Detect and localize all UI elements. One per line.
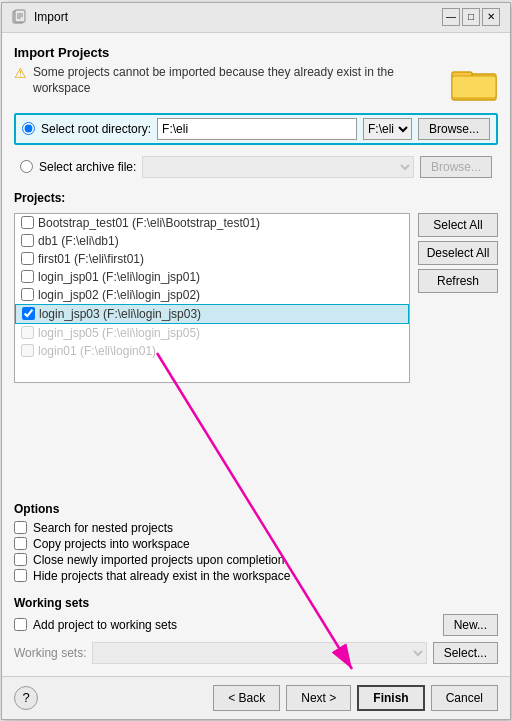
- warning-box: ⚠ Some projects cannot be imported becau…: [14, 64, 498, 105]
- archive-file-label: Select archive file:: [39, 160, 136, 174]
- working-sets-combo-row: Working sets: Select...: [14, 642, 498, 664]
- project-item[interactable]: db1 (F:\eli\db1): [15, 232, 409, 250]
- warning-text: Some projects cannot be imported because…: [33, 64, 444, 98]
- project-item[interactable]: login_jsp05 (F:\eli\login_jsp05): [15, 324, 409, 342]
- project-name: Bootstrap_test01 (F:\eli\Bootstrap_test0…: [38, 216, 260, 230]
- project-item[interactable]: login01 (F:\eli\login01): [15, 342, 409, 360]
- option-label: Hide projects that already exist in the …: [33, 569, 290, 583]
- add-working-sets-label: Add project to working sets: [33, 618, 177, 632]
- maximize-button[interactable]: □: [462, 8, 480, 26]
- option-checkbox[interactable]: [14, 569, 27, 582]
- option-checkbox[interactable]: [14, 553, 27, 566]
- footer-left: ?: [14, 686, 38, 710]
- finish-button[interactable]: Finish: [357, 685, 424, 711]
- project-item[interactable]: first01 (F:\eli\first01): [15, 250, 409, 268]
- header-area: Import Projects ⚠ Some projects cannot b…: [14, 45, 498, 105]
- folder-icon-area: [450, 64, 498, 105]
- footer-right: < Back Next > Finish Cancel: [213, 685, 498, 711]
- select-working-sets-button[interactable]: Select...: [433, 642, 498, 664]
- next-button[interactable]: Next >: [286, 685, 351, 711]
- root-directory-row: Select root directory: F:\eli Browse...: [14, 113, 498, 145]
- project-name: login_jsp03 (F:\eli\login_jsp03): [39, 307, 201, 321]
- project-checkbox[interactable]: [21, 216, 34, 229]
- option-row: Search for nested projects: [14, 520, 498, 536]
- help-button[interactable]: ?: [14, 686, 38, 710]
- project-checkbox[interactable]: [21, 252, 34, 265]
- section-title: Import Projects: [14, 45, 498, 60]
- options-list: Search for nested projectsCopy projects …: [14, 520, 498, 584]
- back-button[interactable]: < Back: [213, 685, 280, 711]
- project-name: login_jsp05 (F:\eli\login_jsp05): [38, 326, 200, 340]
- root-directory-label: Select root directory:: [41, 122, 151, 136]
- warning-icon: ⚠: [14, 65, 27, 81]
- projects-area: Bootstrap_test01 (F:\eli\Bootstrap_test0…: [14, 213, 498, 490]
- close-button[interactable]: ✕: [482, 8, 500, 26]
- option-row: Copy projects into workspace: [14, 536, 498, 552]
- project-checkbox[interactable]: [21, 326, 34, 339]
- root-directory-browse-button[interactable]: Browse...: [418, 118, 490, 140]
- project-item[interactable]: login_jsp02 (F:\eli\login_jsp02): [15, 286, 409, 304]
- project-item[interactable]: Bootstrap_test01 (F:\eli\Bootstrap_test0…: [15, 214, 409, 232]
- root-directory-input[interactable]: [157, 118, 357, 140]
- window-title: Import: [34, 10, 68, 24]
- project-item[interactable]: login_jsp03 (F:\eli\login_jsp03): [15, 304, 409, 324]
- options-label: Options: [14, 502, 498, 516]
- new-working-set-button[interactable]: New...: [443, 614, 498, 636]
- project-name: db1 (F:\eli\db1): [38, 234, 119, 248]
- archive-file-dropdown[interactable]: [142, 156, 414, 178]
- title-bar-left: Import: [12, 9, 68, 25]
- option-label: Copy projects into workspace: [33, 537, 190, 551]
- import-dialog: Import — □ ✕ Import Projects ⚠ Some proj…: [1, 2, 511, 720]
- project-name: login_jsp01 (F:\eli\login_jsp01): [38, 270, 200, 284]
- cancel-button[interactable]: Cancel: [431, 685, 498, 711]
- add-working-sets-row: Add project to working sets New...: [14, 614, 498, 636]
- option-label: Close newly imported projects upon compl…: [33, 553, 284, 567]
- option-row: Hide projects that already exist in the …: [14, 568, 498, 584]
- project-name: first01 (F:\eli\first01): [38, 252, 144, 266]
- option-checkbox[interactable]: [14, 537, 27, 550]
- project-checkbox[interactable]: [22, 307, 35, 320]
- title-bar: Import — □ ✕: [2, 3, 510, 33]
- option-row: Close newly imported projects upon compl…: [14, 552, 498, 568]
- project-name: login01 (F:\eli\login01): [38, 344, 156, 358]
- option-label: Search for nested projects: [33, 521, 173, 535]
- working-sets-combo-label: Working sets:: [14, 646, 86, 660]
- option-checkbox[interactable]: [14, 521, 27, 534]
- import-title-icon: [12, 9, 28, 25]
- projects-label: Projects:: [14, 191, 498, 205]
- project-name: login_jsp02 (F:\eli\login_jsp02): [38, 288, 200, 302]
- add-to-working-sets-checkbox[interactable]: [14, 618, 27, 631]
- project-item[interactable]: login_jsp01 (F:\eli\login_jsp01): [15, 268, 409, 286]
- refresh-button[interactable]: Refresh: [418, 269, 498, 293]
- projects-buttons: Select All Deselect All Refresh: [418, 213, 498, 490]
- working-sets-combo[interactable]: [92, 642, 426, 664]
- options-section: Options Search for nested projectsCopy p…: [14, 502, 498, 584]
- archive-file-browse-button[interactable]: Browse...: [420, 156, 492, 178]
- svg-rect-7: [452, 76, 496, 98]
- archive-file-radio[interactable]: [20, 160, 33, 173]
- minimize-button[interactable]: —: [442, 8, 460, 26]
- archive-file-row: Select archive file: Browse...: [14, 153, 498, 181]
- project-checkbox[interactable]: [21, 234, 34, 247]
- root-directory-radio[interactable]: [22, 122, 35, 135]
- dialog-content: Import Projects ⚠ Some projects cannot b…: [2, 33, 510, 676]
- project-checkbox[interactable]: [21, 288, 34, 301]
- title-controls: — □ ✕: [442, 8, 500, 26]
- working-sets-section: Working sets Add project to working sets…: [14, 596, 498, 664]
- folder-icon: [450, 64, 498, 102]
- project-checkbox[interactable]: [21, 344, 34, 357]
- dialog-footer: ? < Back Next > Finish Cancel: [2, 676, 510, 719]
- projects-list[interactable]: Bootstrap_test01 (F:\eli\Bootstrap_test0…: [14, 213, 410, 383]
- root-directory-dropdown[interactable]: F:\eli: [363, 118, 412, 140]
- project-checkbox[interactable]: [21, 270, 34, 283]
- select-all-button[interactable]: Select All: [418, 213, 498, 237]
- dialog-body: Import Projects ⚠ Some projects cannot b…: [2, 33, 510, 676]
- working-sets-label: Working sets: [14, 596, 498, 610]
- deselect-all-button[interactable]: Deselect All: [418, 241, 498, 265]
